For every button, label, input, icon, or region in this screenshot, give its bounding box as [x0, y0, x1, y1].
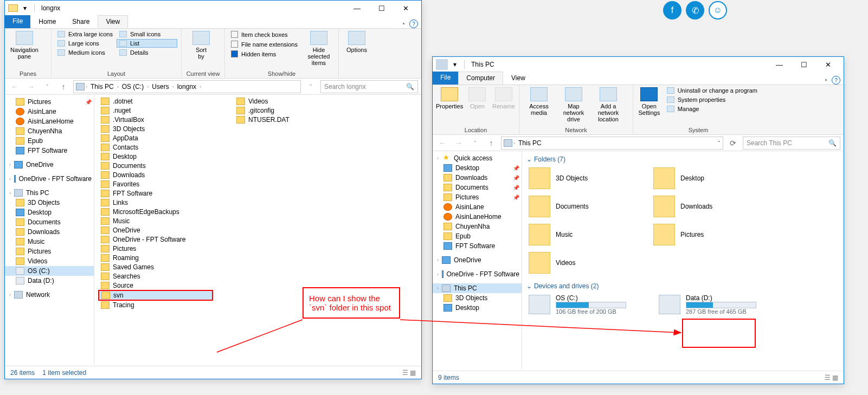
tab-file[interactable]: File	[5, 15, 30, 28]
view-tiles-icon[interactable]: ▦	[410, 369, 416, 377]
qat-dropdown-icon[interactable]: ▾	[449, 59, 461, 70]
nav-pictures[interactable]: Pictures	[5, 247, 94, 256]
nav-aisinlanehome[interactable]: AisinLaneHome	[433, 212, 522, 222]
refresh-button[interactable]: ⟳	[726, 137, 740, 150]
nav-videos[interactable]: Videos	[5, 256, 94, 266]
manage-button[interactable]: Manage	[664, 105, 760, 113]
uninstall-button[interactable]: Uninstall or change a program	[664, 86, 760, 95]
file-searches[interactable]: Searches	[99, 272, 213, 281]
options-button[interactable]: Options	[342, 30, 371, 70]
nav-downloads[interactable]: Downloads	[5, 227, 94, 237]
nav-fpt-software[interactable]: FPT Software	[5, 146, 94, 156]
folder-tile-3d-objects[interactable]: 3D Objects	[526, 165, 635, 191]
folder-tile-downloads[interactable]: Downloads	[651, 193, 760, 219]
file-source[interactable]: Source	[99, 281, 213, 290]
file-downloads[interactable]: Downloads	[99, 171, 213, 179]
open-button[interactable]: Open	[465, 86, 489, 126]
file-onedrive-fpt-software[interactable]: OneDrive - FPT Software	[99, 235, 213, 244]
recent-dropdown[interactable]: ˅	[41, 80, 54, 93]
nav-aisinlane[interactable]: AisinLane	[433, 202, 522, 212]
breadcrumb-thispc[interactable]: This PC	[516, 139, 544, 147]
nav-chuyennha[interactable]: ChuyenNha	[5, 126, 94, 136]
nav-epub[interactable]: Epub	[5, 136, 94, 146]
folder-tile-desktop[interactable]: Desktop	[651, 165, 760, 191]
file-favorites[interactable]: Favorites	[99, 180, 213, 189]
nav-epub[interactable]: Epub	[433, 231, 522, 241]
item-checkboxes-toggle[interactable]: Item check boxes	[228, 30, 300, 39]
breadcrumb[interactable]: › This PC›OS (C:)›Users›longnx›	[73, 80, 301, 93]
nav-onedrive-fpt-software[interactable]: ›OneDrive - FPT Software	[5, 174, 94, 184]
hidden-items-toggle[interactable]: Hidden items	[228, 49, 300, 59]
view-details-icon[interactable]: ☰	[402, 369, 408, 377]
nav-onedrive[interactable]: ›OneDrive	[5, 160, 94, 170]
file-microsoftedgebackups[interactable]: MicrosoftEdgeBackups	[99, 208, 213, 216]
minimize-button[interactable]: ―	[767, 57, 792, 72]
up-button[interactable]: ↑	[57, 80, 70, 93]
view-tiles-icon[interactable]: ▦	[832, 374, 838, 381]
back-button[interactable]: ←	[8, 80, 21, 93]
nav-chuyennha[interactable]: ChuyenNha	[433, 222, 522, 231]
nav-onedrive-fpt-software[interactable]: ›OneDrive - FPT Software	[433, 269, 522, 279]
layout-large-icons[interactable]: Large icons	[55, 39, 115, 48]
nav-aisinlanehome[interactable]: AisinLaneHome	[5, 116, 94, 126]
minimize-button[interactable]: ―	[345, 1, 369, 16]
forward-button[interactable]: →	[24, 80, 37, 93]
layout-extra-large-icons[interactable]: Extra large icons	[55, 30, 115, 38]
file-documents[interactable]: Documents	[99, 161, 213, 170]
file-saved-games[interactable]: Saved Games	[99, 263, 213, 271]
tab-share[interactable]: Share	[64, 15, 98, 28]
file-3d-objects[interactable]: 3D Objects	[99, 125, 213, 133]
layout-small-icons[interactable]: Small icons	[117, 30, 177, 38]
file-contacts[interactable]: Contacts	[99, 143, 213, 152]
file-music[interactable]: Music	[99, 217, 213, 225]
drives-group-header[interactable]: ⌄Devices and drives (2)	[526, 280, 839, 292]
nav-pictures[interactable]: Pictures📌	[5, 97, 94, 107]
tab-computer[interactable]: Computer	[458, 72, 503, 85]
nav-music[interactable]: Music	[5, 237, 94, 247]
nav-os-c-[interactable]: OS (C:)	[5, 266, 94, 276]
maximize-button[interactable]: ☐	[369, 1, 394, 16]
recent-dropdown[interactable]: ˅	[468, 137, 481, 150]
file-roaming[interactable]: Roaming	[99, 254, 213, 262]
rename-button[interactable]: Rename	[492, 86, 516, 126]
refresh-button[interactable]: ˅	[304, 80, 317, 93]
nav-quick-access[interactable]: ›★Quick access	[433, 153, 522, 163]
file-extensions-toggle[interactable]: File name extensions	[228, 40, 300, 49]
file--virtualbox[interactable]: .VirtualBox	[99, 115, 213, 124]
file-tracing[interactable]: Tracing	[99, 301, 213, 309]
nav-desktop[interactable]: Desktop📌	[433, 163, 522, 173]
search-input[interactable]: Search longnx🔍	[320, 80, 418, 93]
folder-tile-videos[interactable]: Videos	[526, 250, 635, 276]
nav-aisinlane[interactable]: AisinLane	[5, 107, 94, 116]
nav-3d-objects[interactable]: 3D Objects	[5, 198, 94, 208]
nav-downloads[interactable]: Downloads📌	[433, 173, 522, 183]
file--dotnet[interactable]: .dotnet	[99, 97, 213, 106]
nav-desktop[interactable]: Desktop	[5, 208, 94, 217]
help-icon[interactable]: ?	[832, 76, 840, 85]
nav-documents[interactable]: Documents📌	[433, 183, 522, 192]
navigation-pane-button[interactable]: Navigation pane	[8, 30, 41, 70]
folder-tile-music[interactable]: Music	[526, 222, 635, 248]
tab-view[interactable]: View	[98, 15, 128, 28]
file-appdata[interactable]: AppData	[99, 134, 213, 143]
sort-by-button[interactable]: Sort by	[185, 30, 217, 70]
open-settings-button[interactable]: Open Settings	[636, 86, 662, 126]
folder-tile-documents[interactable]: Documents	[526, 193, 635, 219]
nav-onedrive[interactable]: ›OneDrive	[433, 255, 522, 265]
ribbon-collapse-icon[interactable]: ˄	[825, 79, 827, 85]
forward-button[interactable]: →	[452, 137, 465, 150]
breadcrumb-os-c-[interactable]: OS (C:)	[120, 83, 146, 90]
tab-file[interactable]: File	[433, 72, 458, 85]
help-icon[interactable]: ?	[409, 20, 418, 28]
nav-this-pc[interactable]: ›This PC	[5, 188, 94, 198]
nav-this-pc[interactable]: ›This PC	[433, 283, 522, 293]
hide-selected-button[interactable]: Hide selected items	[303, 30, 335, 70]
file-onedrive[interactable]: OneDrive	[99, 226, 213, 235]
qat-dropdown-icon[interactable]: ▾	[19, 3, 31, 14]
file-links[interactable]: Links	[99, 198, 213, 207]
add-location-button[interactable]: Add a network location	[592, 86, 625, 126]
nav-network[interactable]: ›Network	[5, 290, 94, 300]
up-button[interactable]: ↑	[485, 137, 498, 150]
access-media-button[interactable]: Access media	[523, 86, 555, 126]
folders-group-header[interactable]: ⌄Folders (7)	[526, 153, 839, 165]
